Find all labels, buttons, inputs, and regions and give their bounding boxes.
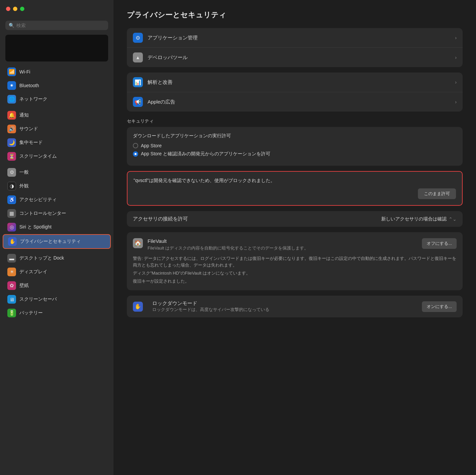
radio-appstore-only[interactable]: App Store xyxy=(133,143,457,148)
sidebar-item-screensaver[interactable]: 🖥 スクリーンセーバ xyxy=(3,293,111,306)
filevault-icon: 🏠 xyxy=(133,238,143,248)
radio-label-verified: App Store と確認済みの開発元からのアプリケーションを許可 xyxy=(141,151,270,157)
sidebar-item-notification[interactable]: 🔔 通知 xyxy=(3,109,111,122)
sidebar-item-label: ディスプレイ xyxy=(19,269,47,275)
apple-ads-icon: 📢 xyxy=(133,97,143,107)
sidebar-item-screentime[interactable]: ⏳ スクリーンタイム xyxy=(3,150,111,163)
filevault-warning: 警告: データにアクセスするには、ログインパスワードまたは復旧キーが必要になりま… xyxy=(133,255,457,268)
sidebar-item-label: コントロールセンター xyxy=(19,210,66,216)
general-icon: ⚙ xyxy=(7,168,16,177)
controlcenter-icon: ▦ xyxy=(7,209,16,218)
sidebar-item-wallpaper[interactable]: ✿ 壁紙 xyxy=(3,279,111,292)
app-management-label: アプリケーション管理 xyxy=(148,35,455,41)
sidebar-item-label: 集中モード xyxy=(19,140,43,146)
lockdown-row: ✋ ロックダウンモード ロックダウンモードは、高度なサイバー攻撃的になっている … xyxy=(127,296,463,317)
sidebar: 🔍 📶 Wi-Fi ✴ Bluetooth 🌐 ネットワーク 🔔 通知 🔊 サウ… xyxy=(0,0,113,475)
sound-icon: 🔊 xyxy=(7,125,16,133)
battery-icon: 🔋 xyxy=(7,309,16,317)
chevron-icon: › xyxy=(455,55,457,60)
sidebar-item-label: サウンド xyxy=(19,126,38,132)
sidebar-item-label: 壁紙 xyxy=(19,283,29,289)
sidebar-item-appearance[interactable]: ◑ 外観 xyxy=(3,179,111,193)
analytics-row[interactable]: 📊 解析と改善 › xyxy=(127,72,463,92)
sidebar-item-label: プライバシーとセキュリティ xyxy=(20,239,81,245)
stepper-icon: ⌃⌄ xyxy=(449,216,457,222)
sidebar-item-battery[interactable]: 🔋 バッテリー xyxy=(3,306,111,320)
accessory-row[interactable]: アクセサリの接続を許可 新しいアクセサリの場合は確認 ⌃⌄ xyxy=(127,211,463,227)
filevault-subtitle: FileVault はディスクの内容を自動的に暗号化することでそのデータを保護し… xyxy=(148,245,417,251)
sidebar-item-privacy[interactable]: ✋ プライバシーとセキュリティ xyxy=(3,234,111,249)
app-management-icon: ⚙ xyxy=(133,33,143,43)
devtools-row[interactable]: ▲ デベロッパツール › xyxy=(127,48,463,67)
allow-anyway-button[interactable]: このまま許可 xyxy=(418,188,456,199)
filevault-button[interactable]: オフにする... xyxy=(422,238,457,249)
search-input[interactable] xyxy=(16,23,105,28)
security-card: ダウンロードしたアプリケーションの実行許可 App Store App Stor… xyxy=(127,127,463,166)
radio-appstore-verified[interactable]: App Store と確認済みの開発元からのアプリケーションを許可 xyxy=(133,151,457,157)
lockdown-button[interactable]: オンにする... xyxy=(422,301,457,312)
sidebar-item-accessibility[interactable]: ♿ アクセシビリティ xyxy=(3,193,111,206)
sidebar-item-sound[interactable]: 🔊 サウンド xyxy=(3,122,111,136)
app-management-row[interactable]: ⚙ アプリケーション管理 › xyxy=(127,28,463,48)
sidebar-item-label: 外観 xyxy=(19,183,29,189)
chevron-icon: › xyxy=(455,99,457,105)
display-icon: ☀ xyxy=(7,268,16,276)
accessibility-icon: ♿ xyxy=(7,195,16,204)
sidebar-item-label: アクセシビリティ xyxy=(19,197,57,203)
radio-dot-appstore xyxy=(133,143,138,148)
sidebar-section-preferences: ⚙ 一般 ◑ 外観 ♿ アクセシビリティ ▦ コントロールセンター ◎ Siri… xyxy=(0,165,113,249)
chevron-icon: › xyxy=(455,35,457,40)
sidebar-item-general[interactable]: ⚙ 一般 xyxy=(3,166,111,179)
sidebar-item-label: 一般 xyxy=(19,169,29,175)
sidebar-item-siri[interactable]: ◎ Siri と Spotlight xyxy=(3,220,111,234)
sidebar-item-label: スクリーンタイム xyxy=(19,153,57,159)
analytics-label: 解析と改善 xyxy=(148,79,455,86)
apple-ads-row[interactable]: 📢 Appleの広告 › xyxy=(127,92,463,112)
radio-dot-verified xyxy=(133,151,138,157)
sidebar-item-bluetooth[interactable]: ✴ Bluetooth xyxy=(3,79,111,92)
sidebar-item-label: スクリーンセーバ xyxy=(19,296,57,302)
page-title: プライバシーとセキュリティ xyxy=(127,10,463,20)
sidebar-item-wifi[interactable]: 📶 Wi-Fi xyxy=(3,65,111,78)
analytics-icon: 📊 xyxy=(133,77,143,87)
apple-ads-label: Appleの広告 xyxy=(148,99,455,105)
close-button[interactable] xyxy=(6,7,10,11)
sidebar-item-focus[interactable]: 🌙 集中モード xyxy=(3,136,111,149)
sidebar-item-label: Wi-Fi xyxy=(19,69,30,74)
wifi-icon: 📶 xyxy=(7,67,16,76)
blocked-warning-card: "qvsctl"は開発元を確認できないため、使用がブロックされました。 このまま… xyxy=(127,171,463,206)
accessory-value: 新しいアクセサリの場合は確認 xyxy=(381,216,447,222)
sidebar-item-label: Siri と Spotlight xyxy=(19,224,51,230)
sidebar-item-label: ネットワーク xyxy=(19,96,47,102)
radio-label-appstore: App Store xyxy=(141,143,162,148)
screentime-icon: ⏳ xyxy=(7,152,16,161)
titlebar xyxy=(0,0,113,17)
sidebar-item-network[interactable]: 🌐 ネットワーク xyxy=(3,93,111,106)
sidebar-item-desktop[interactable]: ▬ デスクトップと Dock xyxy=(3,252,111,265)
filevault-title: FileVault xyxy=(148,238,417,244)
bluetooth-icon: ✴ xyxy=(7,81,16,90)
accessory-label: アクセサリの接続を許可 xyxy=(133,216,381,222)
sidebar-item-display[interactable]: ☀ ディスプレイ xyxy=(3,265,111,279)
sidebar-section-display: ▬ デスクトップと Dock ☀ ディスプレイ ✿ 壁紙 🖥 スクリーンセーバ … xyxy=(0,251,113,320)
search-bar[interactable]: 🔍 xyxy=(5,21,108,30)
analytics-card: 📊 解析と改善 › 📢 Appleの広告 › xyxy=(127,72,463,112)
filevault-status1: ディスク"Macintosh HD"のFileVault はオンになっています。 xyxy=(133,270,457,276)
sidebar-item-label: Bluetooth xyxy=(19,83,39,88)
minimize-button[interactable] xyxy=(13,7,17,11)
main-content: プライバシーとセキュリティ ⚙ アプリケーション管理 › ▲ デベロッパツール … xyxy=(113,0,476,475)
screensaver-icon: 🖥 xyxy=(7,295,16,304)
sidebar-section-system: 🔔 通知 🔊 サウンド 🌙 集中モード ⏳ スクリーンタイム xyxy=(0,108,113,163)
lockdown-icon: ✋ xyxy=(133,302,143,312)
management-card: ⚙ アプリケーション管理 › ▲ デベロッパツール › xyxy=(127,28,463,67)
security-section-title: セキュリティ xyxy=(127,118,463,124)
search-icon: 🔍 xyxy=(9,23,14,28)
sidebar-item-controlcenter[interactable]: ▦ コントロールセンター xyxy=(3,207,111,220)
filevault-card: 🏠 FileVault FileVault はディスクの内容を自動的に暗号化する… xyxy=(127,232,463,290)
notification-icon: 🔔 xyxy=(7,111,16,120)
appearance-icon: ◑ xyxy=(7,182,16,190)
download-permission-label: ダウンロードしたアプリケーションの実行許可 xyxy=(133,133,457,139)
maximize-button[interactable] xyxy=(20,7,24,11)
privacy-icon: ✋ xyxy=(8,237,17,246)
focus-icon: 🌙 xyxy=(7,138,16,147)
